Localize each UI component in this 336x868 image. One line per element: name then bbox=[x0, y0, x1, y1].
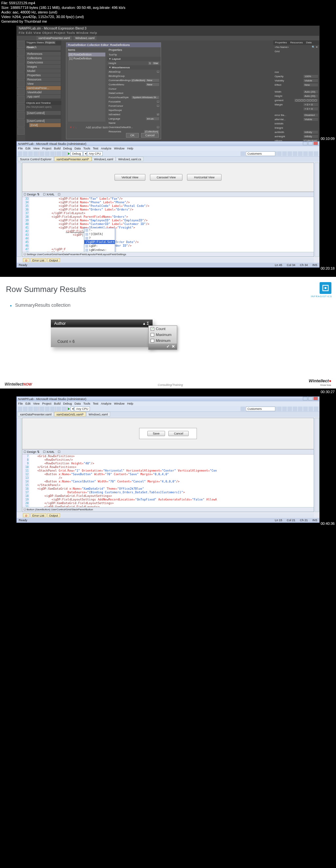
cancel-button[interactable]: Cancel bbox=[141, 133, 159, 137]
pointer-tool-icon[interactable] bbox=[18, 41, 25, 48]
addremove-icons[interactable]: ✕ ↑ ↓ Add another item bbox=[70, 126, 108, 129]
menu-min[interactable]: Minimum bbox=[148, 338, 177, 343]
tab-window1[interactable]: Window1.xaml bbox=[73, 36, 97, 40]
toolbox-collapsed[interactable] bbox=[17, 418, 21, 512]
alignment-select[interactable]: ▢▢▢▢ ▢▢▢▢ bbox=[294, 99, 318, 102]
pp-tabs[interactable]: PropertiesResourcesData bbox=[273, 40, 319, 45]
horizontal-view-button[interactable]: Horizontal View bbox=[187, 174, 221, 181]
xaml-editor[interactable]: 3334353637383940414243444546474849505152… bbox=[22, 197, 314, 252]
blend-toolbox[interactable] bbox=[17, 40, 25, 142]
search-in-props-icon[interactable]: 🔍 ✕ bbox=[312, 45, 318, 49]
vs-menubar[interactable]: FileEditViewProjectBuildDebugDataToolsTe… bbox=[17, 146, 319, 151]
height-input[interactable]: Auto (20) bbox=[304, 95, 318, 97]
tab-xamgrid[interactable]: xamDataGrid1.xaml* bbox=[54, 412, 86, 416]
obj-usercontrol-1[interactable]: [UserControl] bbox=[26, 111, 61, 115]
tab-w1xaml[interactable]: Window1.xaml bbox=[92, 157, 116, 161]
intellisense-popup[interactable]: !- ![CDATA[ ? /igDP:Field.Settings igDP:… bbox=[84, 228, 115, 252]
cut-icon[interactable] bbox=[40, 151, 44, 156]
toolbox-collapsed[interactable] bbox=[17, 162, 21, 257]
tree-references[interactable]: References bbox=[26, 52, 61, 56]
menu-max[interactable]: Maximum bbox=[148, 332, 177, 338]
tab-w1[interactable]: Window1.xaml bbox=[86, 412, 110, 416]
split-bar[interactable]: ☐ Design ⇅☐ XAML☐ bbox=[22, 192, 314, 197]
pan-tool-icon[interactable] bbox=[18, 49, 25, 56]
xaml-editor[interactable]: 78910111213141516171819202122232425 <Gri… bbox=[22, 455, 314, 507]
vs-filetabs[interactable]: Source Control ExplorerxamDataPresenter.… bbox=[17, 157, 319, 162]
obj-grid[interactable]: [Grid] bbox=[29, 123, 61, 127]
tree-images[interactable]: Images bbox=[26, 65, 61, 69]
visibility-select[interactable]: Visible bbox=[304, 79, 318, 82]
tree-view[interactable]: View bbox=[26, 82, 61, 86]
carousel-view-button[interactable]: Carousel View bbox=[150, 174, 183, 181]
brush-tool-icon[interactable] bbox=[18, 80, 25, 87]
objects-tree[interactable]: [UserControl] [UserControl] [Grid] bbox=[25, 110, 61, 128]
config-select[interactable]: Debug bbox=[71, 151, 83, 156]
saveall-icon[interactable] bbox=[33, 151, 38, 156]
tree-resources[interactable]: Resources bbox=[26, 78, 61, 82]
rect-tool-icon[interactable] bbox=[18, 96, 25, 103]
cancel-icon[interactable]: ✕ bbox=[172, 344, 175, 349]
tree-collections[interactable]: Collections bbox=[26, 56, 61, 60]
save-button[interactable]: Save bbox=[147, 431, 165, 436]
control-tool-icon[interactable] bbox=[18, 120, 25, 127]
subtab-row[interactable]: Triggers States Projects Assets bbox=[25, 40, 61, 45]
summary-menu[interactable]: ✓Count Maximum Minimum ✓✕ bbox=[148, 326, 177, 350]
close-icon[interactable] bbox=[313, 397, 318, 400]
platform-select[interactable]: Any CPU bbox=[74, 407, 90, 411]
solution-collapsed[interactable] bbox=[315, 418, 319, 512]
redo-icon[interactable] bbox=[62, 151, 66, 156]
cancel-button[interactable]: Cancel bbox=[168, 431, 189, 436]
items-list[interactable]: [0] RowDefinition [1] RowDefinition bbox=[68, 53, 105, 122]
vs-toolbar[interactable]: Debug ▾ Any CPU Customers bbox=[17, 151, 319, 157]
project-tree[interactable]: References Collections DataAccess Images… bbox=[25, 51, 61, 99]
asset-tool-icon[interactable] bbox=[18, 127, 25, 135]
tab-xamdp[interactable]: xamDataPresenter.xaml bbox=[18, 412, 54, 416]
run-icon[interactable] bbox=[68, 408, 70, 410]
obj-usercontrol-2[interactable]: [UserControl] bbox=[26, 119, 61, 123]
confirm-icon[interactable]: ✓ bbox=[166, 344, 170, 349]
vs-menubar[interactable]: FileEditViewProjectBuildDebugDataToolsTe… bbox=[17, 401, 319, 406]
blend-filetabs[interactable]: xamDataPresenter.xaml Window1.xaml bbox=[17, 36, 319, 40]
camera-tool-icon[interactable] bbox=[18, 64, 25, 71]
maximize-icon[interactable] bbox=[308, 397, 313, 400]
copy-icon[interactable] bbox=[45, 151, 49, 156]
eyedropper-tool-icon[interactable] bbox=[18, 72, 25, 80]
tree-properties[interactable]: Properties bbox=[26, 73, 61, 77]
minimize-icon[interactable] bbox=[303, 397, 307, 400]
layout-tool-icon[interactable] bbox=[18, 104, 25, 111]
solution-collapsed[interactable] bbox=[315, 162, 319, 257]
tree-appxaml[interactable]: App.xaml bbox=[26, 95, 61, 98]
new-icon[interactable] bbox=[18, 151, 22, 156]
vs-filetabs[interactable]: xamDataPresenter.xamlxamDataGrid1.xaml*W… bbox=[17, 412, 319, 417]
find-icon[interactable] bbox=[240, 151, 245, 156]
breadcrumb[interactable]: ☐ Button (SaveButton) UserControl/Grid/S… bbox=[22, 507, 314, 512]
widget-header[interactable]: Author ▴ Σ bbox=[51, 319, 153, 328]
tab-xamdp[interactable]: xamDataPresenter.xaml* bbox=[54, 157, 92, 161]
pen-tool-icon[interactable] bbox=[18, 88, 25, 95]
platform-select[interactable]: Any CPU bbox=[87, 151, 103, 156]
tree-dataaccess[interactable]: DataAccess bbox=[26, 60, 61, 64]
zoom-tool-icon[interactable] bbox=[18, 57, 25, 64]
ok-button[interactable]: OK bbox=[126, 133, 139, 137]
item-row-1[interactable]: [1] RowDefinition bbox=[68, 57, 105, 60]
vertical-view-button[interactable]: Vertical View bbox=[114, 174, 145, 181]
margin-input[interactable]: + 0 + 0 bbox=[304, 103, 318, 106]
run-icon[interactable] bbox=[68, 152, 70, 155]
opacity-input[interactable]: 100% bbox=[304, 75, 318, 78]
vs-toolbar[interactable]: ▾ Any CPU Customers bbox=[17, 406, 319, 412]
save-icon[interactable] bbox=[28, 151, 33, 156]
tab-w1cs[interactable]: Window1.xaml.cs bbox=[116, 157, 143, 161]
paste-icon[interactable] bbox=[50, 151, 55, 156]
minimize-icon[interactable] bbox=[303, 142, 307, 145]
text-tool-icon[interactable] bbox=[18, 112, 25, 119]
height-unit-select[interactable]: Star bbox=[152, 62, 159, 65]
breadcrumb[interactable]: ☐ Settings UserControl/Grid/XamDataPrese… bbox=[22, 252, 314, 256]
designer-surface[interactable]: Vertical View Carousel View Horizontal V… bbox=[22, 163, 314, 192]
width-input[interactable]: Auto (20) bbox=[304, 90, 318, 93]
undo-icon[interactable] bbox=[57, 151, 61, 156]
maximize-icon[interactable] bbox=[308, 142, 313, 145]
find-input[interactable]: Customers bbox=[246, 151, 275, 156]
tree-model[interactable]: Model bbox=[26, 69, 61, 73]
output-tabs[interactable]: ⊘ Error List Output bbox=[22, 258, 314, 263]
item-row-0[interactable]: [0] RowDefinition bbox=[68, 53, 105, 57]
